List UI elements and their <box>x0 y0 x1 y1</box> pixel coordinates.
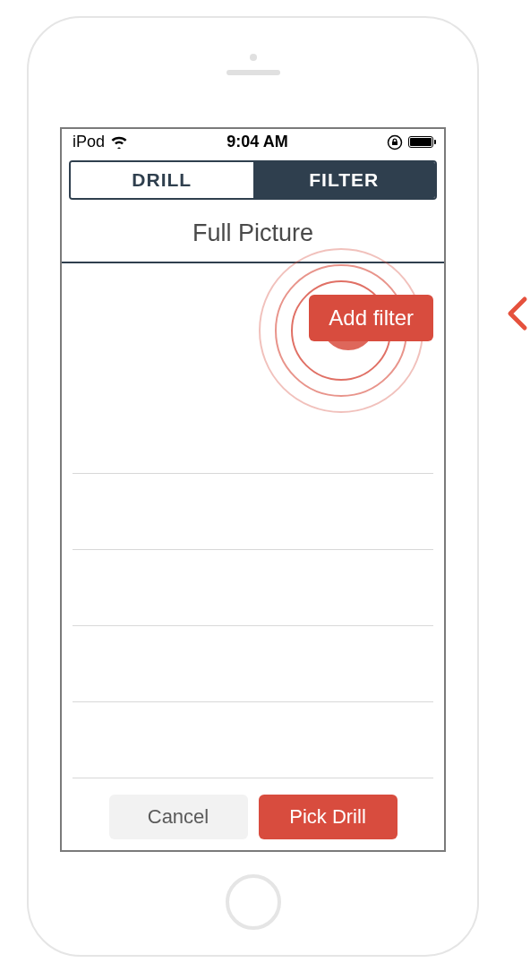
phone-frame: iPod 9:04 AM DRILL FILTER Full Picture <box>27 16 479 957</box>
speaker-grille <box>227 70 280 75</box>
home-button[interactable] <box>226 874 281 930</box>
bottom-toolbar: Cancel Pick Drill <box>62 795 444 839</box>
battery-icon <box>408 136 433 148</box>
wifi-icon <box>110 135 128 149</box>
tab-filter[interactable]: FILTER <box>253 162 436 198</box>
clock-label: 9:04 AM <box>227 133 287 151</box>
tab-drill[interactable]: DRILL <box>71 162 253 198</box>
list-row[interactable] <box>73 398 433 474</box>
chevron-left-icon[interactable] <box>505 296 530 335</box>
camera-dot <box>250 54 257 61</box>
list-row[interactable] <box>73 702 433 778</box>
cancel-button[interactable]: Cancel <box>109 795 248 839</box>
add-filter-area: Add filter <box>62 263 444 398</box>
page-title: Full Picture <box>62 219 444 247</box>
filter-list <box>62 398 444 778</box>
orientation-lock-icon <box>387 134 403 150</box>
status-left: iPod <box>73 133 128 151</box>
pick-drill-button[interactable]: Pick Drill <box>259 795 398 839</box>
carrier-label: iPod <box>73 133 105 151</box>
list-row[interactable] <box>73 626 433 702</box>
list-row[interactable] <box>73 550 433 626</box>
segmented-control: DRILL FILTER <box>69 160 437 200</box>
list-row[interactable] <box>73 474 433 550</box>
status-bar: iPod 9:04 AM <box>62 129 444 157</box>
status-right <box>387 134 433 150</box>
battery-fill <box>410 138 432 146</box>
add-filter-button[interactable]: Add filter <box>309 295 433 341</box>
screen: iPod 9:04 AM DRILL FILTER Full Picture <box>60 127 446 852</box>
